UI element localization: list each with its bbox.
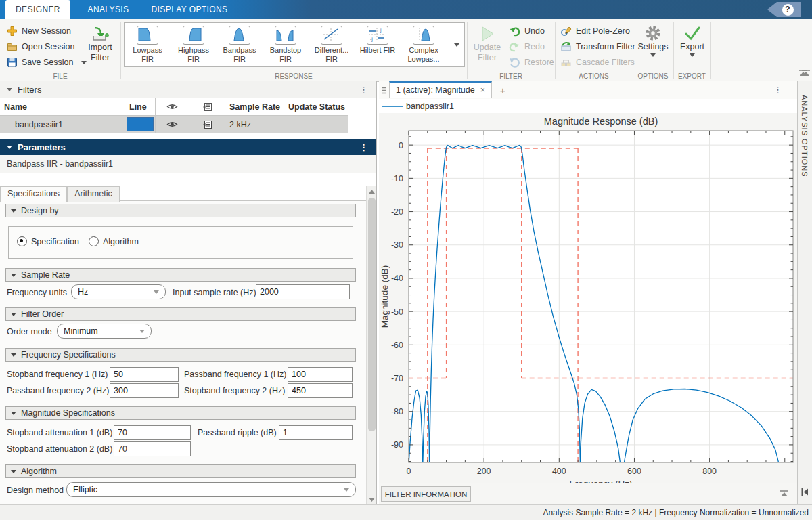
tab-display-options[interactable]: DISPLAY OPTIONS	[146, 0, 233, 19]
panel-grip-icon[interactable]	[381, 87, 387, 94]
tab-specifications[interactable]: Specifications	[0, 186, 67, 202]
minimize-ribbon-icon[interactable]	[801, 69, 811, 77]
complex-lowpass-button[interactable]: Complex Lowpas...	[401, 23, 447, 66]
filters-panel-header[interactable]: Filters ⋮	[0, 81, 376, 98]
export-button[interactable]: Export	[675, 24, 709, 57]
filters-table-header: Name Line Sample Rate Update Status	[0, 98, 348, 116]
svg-text:-80: -80	[391, 407, 403, 416]
help-button[interactable]: ?	[767, 2, 801, 17]
algorithm-section-header[interactable]: Algorithm	[5, 464, 356, 478]
redo-icon	[509, 41, 520, 52]
design-by-box: Specification Algorithm	[8, 226, 353, 259]
svg-text:-60: -60	[391, 341, 403, 350]
settings-button[interactable]: Settings	[635, 24, 671, 57]
magnitude-doc-tab[interactable]: 1 (active): Magnitude ×	[389, 81, 492, 98]
specification-radio[interactable]: Specification	[17, 236, 79, 246]
collapse-parameters-icon[interactable]	[7, 146, 12, 149]
collapse-up-icon[interactable]	[780, 490, 789, 498]
scrollbar-thumb[interactable]	[368, 198, 376, 431]
filters-menu-icon[interactable]: ⋮	[359, 85, 368, 95]
scroll-down-button[interactable]	[367, 494, 377, 504]
bandpass-response-icon	[229, 26, 250, 45]
stopband-atten1-field[interactable]	[114, 425, 191, 440]
magnitude-specs-section-header[interactable]: Magnitude Specifications	[5, 406, 356, 420]
hilbert-fir-button[interactable]: j-j Hilbert FIR	[355, 23, 401, 66]
passband-freq1-field[interactable]	[288, 367, 353, 382]
panel-divider[interactable]	[376, 81, 377, 504]
sample-rate-section-header[interactable]: Sample Rate	[5, 268, 356, 282]
hilbert-response-icon: j-j	[367, 26, 388, 45]
save-session-button[interactable]: Save Session	[7, 56, 87, 69]
add-tab-button[interactable]: +	[493, 83, 513, 98]
differentiator-fir-button[interactable]: Different... FIR	[309, 23, 355, 66]
passband-freq2-field[interactable]	[110, 383, 179, 398]
gallery-expand-button[interactable]	[449, 23, 464, 66]
parameters-menu-icon[interactable]: ⋮	[359, 142, 368, 152]
filter-info-cell[interactable]	[189, 116, 225, 133]
undo-button[interactable]: Undo	[509, 25, 545, 37]
filter-info-doc-icon	[202, 120, 212, 129]
input-sample-rate-label: Input sample rate (Hz)	[173, 285, 256, 300]
visibility-column-header	[156, 98, 189, 115]
algorithm-radio[interactable]: Algorithm	[89, 236, 139, 246]
svg-text:-30: -30	[391, 240, 403, 250]
bandstop-fir-button[interactable]: Bandstop FIR	[263, 23, 309, 66]
close-icon[interactable]: ×	[480, 85, 485, 95]
cascade-filters-button[interactable]: Cascade Filters	[560, 56, 635, 68]
filter-name-cell[interactable]: bandpassiir1	[0, 116, 125, 133]
bandpass-fir-button[interactable]: Bandpass FIR	[217, 23, 263, 66]
restore-button[interactable]: Restore	[509, 56, 554, 68]
frequency-specs-section-header[interactable]: Frequency Specifications	[5, 348, 356, 362]
svg-text:-j: -j	[370, 37, 373, 42]
filter-order-section-header[interactable]: Filter Order	[5, 307, 356, 321]
open-session-button[interactable]: Open Session	[7, 40, 75, 53]
filter-information-button[interactable]: FILTER INFORMATION	[381, 486, 471, 502]
line-color-swatch[interactable]	[127, 117, 154, 131]
edit-pole-zero-button[interactable]: Edit Pole-Zero	[560, 25, 630, 37]
lowpass-fir-button[interactable]: Lowpass FIR	[125, 23, 171, 66]
new-session-button[interactable]: New Session	[7, 24, 71, 38]
highpass-fir-button[interactable]: Highpass FIR	[171, 23, 217, 66]
filters-table: Name Line Sample Rate Update Status band…	[0, 98, 348, 133]
stopband-atten2-field[interactable]	[114, 441, 191, 456]
export-section-label: EXPORT	[673, 72, 710, 80]
order-mode-select[interactable]: Minimum	[57, 324, 152, 339]
design-method-select[interactable]: Elliptic	[66, 482, 356, 497]
eye-icon	[166, 120, 178, 129]
parameters-scrollbar[interactable]	[366, 186, 377, 504]
transform-filter-button[interactable]: Transform Filter	[560, 41, 635, 52]
svg-text:600: 600	[627, 467, 641, 476]
frequency-units-select[interactable]: Hz	[71, 284, 166, 299]
collapse-left-icon[interactable]	[800, 488, 809, 496]
design-by-section-header[interactable]: Design by	[5, 204, 356, 217]
input-sample-rate-field[interactable]	[256, 284, 350, 299]
parameters-panel-header[interactable]: Parameters ⋮	[0, 139, 376, 155]
stopband-freq2-field[interactable]	[288, 383, 353, 398]
chevron-down-icon	[154, 290, 159, 294]
magnitude-response-chart[interactable]: 02004006008000-10-20-30-40-50-60-70-80-9…	[379, 113, 797, 483]
filter-designer-app: DESIGNER ANALYSIS DISPLAY OPTIONS ? New …	[0, 0, 812, 520]
tab-analysis[interactable]: ANALYSIS	[70, 0, 146, 19]
radio-selected-icon[interactable]	[17, 236, 27, 246]
update-filter-button[interactable]: Update Filter	[470, 25, 505, 63]
stopband-freq1-field[interactable]	[110, 367, 179, 382]
doc-tabbar-menu-icon[interactable]: ⋮	[773, 85, 782, 95]
svg-text:-70: -70	[391, 374, 403, 383]
visibility-cell[interactable]	[156, 116, 189, 133]
tab-arithmetic[interactable]: Arithmetic	[67, 186, 120, 202]
redo-button[interactable]: Redo	[509, 41, 545, 52]
passband-ripple-field[interactable]	[279, 425, 353, 440]
collapse-filters-icon[interactable]	[7, 88, 12, 91]
tab-designer[interactable]: DESIGNER	[5, 0, 70, 19]
line-color-cell[interactable]	[125, 116, 156, 133]
svg-text:-40: -40	[391, 274, 403, 283]
options-section-label: OPTIONS	[633, 72, 673, 80]
scroll-up-button[interactable]	[367, 186, 377, 196]
import-filter-button[interactable]: Import Filter	[83, 25, 118, 63]
svg-text:Magnitude Response (dB): Magnitude Response (dB)	[544, 116, 658, 127]
analysis-options-strip[interactable]: ANALYSIS OPTIONS	[797, 81, 812, 504]
radio-unselected-icon[interactable]	[89, 236, 99, 246]
svg-text:200: 200	[477, 467, 491, 476]
design-method-label: Design method	[7, 483, 64, 498]
table-row[interactable]: bandpassiir1 2 kHz	[0, 116, 348, 133]
